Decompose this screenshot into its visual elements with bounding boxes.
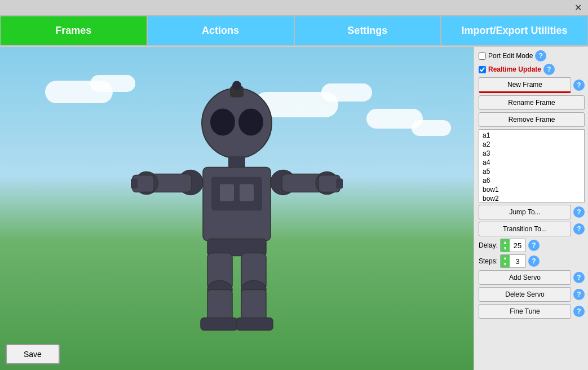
svg-rect-14	[131, 178, 138, 188]
rename-frame-row: Rename Frame	[479, 95, 585, 110]
svg-rect-23	[207, 289, 232, 320]
svg-point-4	[232, 81, 241, 90]
delay-label: Delay:	[479, 241, 498, 249]
svg-rect-8	[220, 184, 234, 201]
save-button[interactable]: Save	[6, 344, 60, 364]
frame-list-item[interactable]: a4	[480, 158, 583, 167]
title-bar: ✕	[0, 0, 588, 16]
svg-rect-27	[241, 289, 266, 320]
steps-help[interactable]: ?	[528, 256, 540, 267]
svg-rect-7	[211, 177, 262, 210]
port-edit-mode-label: Port Edit Mode	[488, 52, 533, 60]
rename-frame-button[interactable]: Rename Frame	[479, 95, 585, 110]
delay-value: 25	[510, 241, 525, 250]
realtime-update-label: Realtime Update	[488, 65, 541, 73]
port-edit-mode-row: Port Edit Mode ?	[479, 50, 585, 61]
right-panel: Port Edit Mode ? Realtime Update ? New F…	[474, 47, 588, 370]
fine-tune-button[interactable]: Fine Tune	[479, 304, 571, 319]
remove-frame-row: Remove Frame	[479, 112, 585, 127]
delete-servo-button[interactable]: Delete Servo	[479, 287, 571, 302]
frame-list-item[interactable]: a3	[480, 149, 583, 158]
jump-to-help[interactable]: ?	[573, 206, 585, 218]
steps-arrows: ▲ ▼	[501, 255, 510, 267]
frame-list-item[interactable]: a5	[480, 167, 583, 176]
add-servo-button[interactable]: Add Servo	[479, 270, 571, 285]
close-button[interactable]: ✕	[572, 2, 583, 14]
new-frame-help[interactable]: ?	[573, 80, 585, 91]
robot-area: Save	[0, 47, 474, 370]
delay-help[interactable]: ?	[528, 240, 540, 251]
transition-to-button[interactable]: Transition To...	[479, 222, 571, 236]
svg-rect-19	[336, 178, 343, 188]
jump-to-row: Jump To... ?	[479, 205, 585, 219]
tab-import-export[interactable]: Import/Export Utilities	[441, 16, 588, 46]
port-edit-mode-checkbox[interactable]	[479, 52, 486, 60]
svg-rect-9	[240, 184, 254, 201]
svg-rect-24	[201, 318, 237, 330]
robot-background: Save	[0, 47, 474, 370]
main-content: Save Port Edit Mode ? Realtime Update ? …	[0, 47, 588, 370]
save-button-container: Save	[6, 344, 60, 364]
frame-list-item[interactable]: bow1	[480, 185, 583, 194]
delay-row: Delay: ▲ ▼ 25 ?	[479, 239, 585, 252]
svg-rect-5	[228, 156, 245, 168]
realtime-update-checkbox[interactable]	[479, 66, 486, 73]
svg-point-1	[210, 108, 235, 135]
steps-up-arrow[interactable]: ▲	[501, 255, 510, 261]
tab-bar: Frames Actions Settings Import/Export Ut…	[0, 16, 588, 47]
steps-row: Steps: ▲ ▼ 3 ?	[479, 254, 585, 268]
realtime-update-help[interactable]: ?	[543, 64, 555, 75]
frame-list-item[interactable]: a6	[480, 176, 583, 185]
delay-spinner[interactable]: ▲ ▼ 25	[500, 239, 526, 252]
frame-list-container[interactable]: a1a2a3a4a5a6bow1bow2bow3Calibrate	[479, 129, 585, 202]
transition-to-row: Transition To... ?	[479, 222, 585, 236]
steps-down-arrow[interactable]: ▼	[501, 261, 510, 267]
add-servo-row: Add Servo ?	[479, 270, 585, 285]
delete-servo-help[interactable]: ?	[573, 289, 585, 300]
fine-tune-row: Fine Tune ?	[479, 304, 585, 319]
frame-list: a1a2a3a4a5a6bow1bow2bow3Calibrate	[479, 130, 584, 202]
robot-image	[130, 78, 344, 339]
remove-frame-button[interactable]: Remove Frame	[479, 112, 585, 127]
realtime-update-row: Realtime Update ?	[479, 64, 585, 75]
new-frame-button[interactable]: New Frame	[479, 77, 571, 93]
add-servo-help[interactable]: ?	[573, 272, 585, 283]
svg-point-2	[238, 108, 263, 135]
tab-frames[interactable]: Frames	[0, 16, 147, 46]
delay-arrows: ▲ ▼	[501, 239, 510, 252]
steps-value: 3	[510, 257, 525, 266]
port-edit-mode-help[interactable]: ?	[535, 50, 546, 61]
delay-down-arrow[interactable]: ▼	[501, 245, 510, 252]
frame-list-item[interactable]: a2	[480, 140, 583, 149]
tab-actions[interactable]: Actions	[147, 16, 294, 46]
frame-list-item[interactable]: a1	[480, 131, 583, 140]
tab-settings[interactable]: Settings	[294, 16, 441, 46]
new-frame-row: New Frame ?	[479, 77, 585, 93]
fine-tune-help[interactable]: ?	[573, 306, 585, 317]
delete-servo-row: Delete Servo ?	[479, 287, 585, 302]
transition-to-help[interactable]: ?	[573, 223, 585, 235]
jump-to-button[interactable]: Jump To...	[479, 205, 571, 219]
frame-list-item[interactable]: bow2	[480, 194, 583, 202]
steps-label: Steps:	[479, 257, 498, 265]
delay-up-arrow[interactable]: ▲	[501, 239, 510, 245]
steps-spinner[interactable]: ▲ ▼ 3	[500, 254, 526, 268]
svg-rect-28	[236, 318, 273, 330]
